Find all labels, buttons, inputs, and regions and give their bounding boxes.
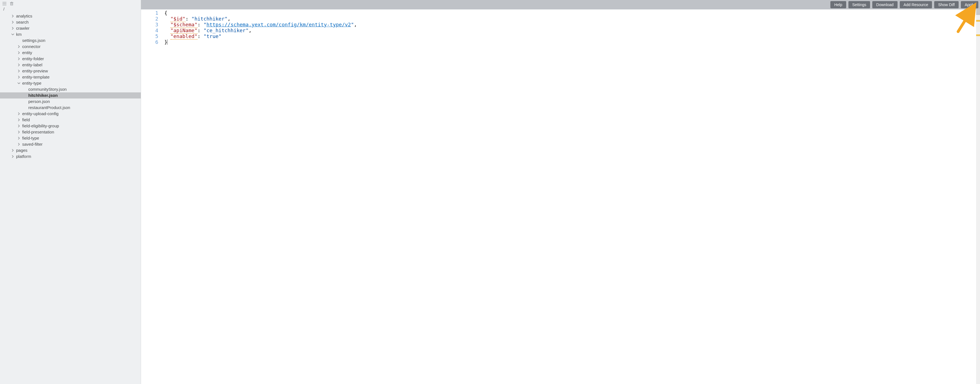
chevron-right-icon[interactable] [17,130,21,134]
chevron-right-icon[interactable] [11,14,14,18]
schema-url-link[interactable]: https://schema.yext.com/config/km/entity… [207,22,351,27]
settings-button[interactable]: Settings [848,1,870,8]
line-number: 2 [141,16,158,22]
tree-label: entity-type [22,80,41,86]
code-editor[interactable]: 123456 { "$id": "hitchhiker", "$schema":… [141,10,980,384]
tree-label: saved-filter [22,141,43,148]
chevron-right-icon[interactable] [11,155,14,158]
tree-folder-entity-label[interactable]: entity-label [0,62,141,68]
tree-folder-field-presentation[interactable]: field-presentation [0,129,141,135]
tree-label: settings.json [22,38,45,44]
chevron-right-icon[interactable] [11,27,14,30]
chevron-right-icon[interactable] [11,21,14,24]
tree-file-settings-json[interactable]: settings.json [0,38,141,44]
tree-label: entity [22,50,32,56]
tree-label: field-presentation [22,129,54,135]
tree-label: restaurantProduct.json [28,105,70,111]
tree-folder-connector[interactable]: connector [0,44,141,50]
tree-label: analytics [16,13,32,19]
code-line[interactable]: { [164,10,976,16]
tree-folder-field[interactable]: field [0,117,141,123]
line-number: 3 [141,22,158,27]
tree-label: pages [16,148,27,154]
code-line[interactable]: "$schema": "https://schema.yext.com/conf… [164,22,976,27]
tree-label: entity-template [22,74,49,80]
tree-folder-analytics[interactable]: analytics [0,13,141,19]
trash-icon[interactable] [10,2,14,6]
file-tree: analyticssearchcrawlerkmsettings.jsoncon… [0,13,141,160]
tree-file-person-json[interactable]: person.json [0,98,141,105]
tree-folder-platform[interactable]: platform [0,154,141,160]
tree-label: entity-preview [22,68,48,74]
svg-rect-3 [11,3,13,5]
code-line[interactable]: "enabled": "true" [164,33,976,39]
chevron-right-icon[interactable] [17,51,21,54]
tree-label: field-type [22,135,39,141]
tree-folder-entity-preview[interactable]: entity-preview [0,68,141,74]
tree-folder-entity-folder[interactable]: entity-folder [0,56,141,62]
chevron-down-icon[interactable] [17,82,21,85]
add-resource-button[interactable]: Add Resource [900,1,932,8]
tree-folder-saved-filter[interactable]: saved-filter [0,141,141,148]
tree-folder-pages[interactable]: pages [0,148,141,154]
line-number: 1 [141,10,158,16]
chevron-down-icon[interactable] [11,33,14,36]
tree-folder-crawler[interactable]: crawler [0,25,141,31]
line-number: 5 [141,33,158,39]
download-button[interactable]: Download [872,1,897,8]
code-area[interactable]: { "$id": "hitchhiker", "$schema": "https… [163,10,976,384]
tree-file-restaurantProduct-json[interactable]: restaurantProduct.json [0,105,141,111]
help-button[interactable]: Help [830,1,846,8]
text-caret [167,40,167,44]
tree-label: entity-label [22,62,43,68]
list-icon[interactable] [2,2,7,6]
chevron-right-icon[interactable] [17,143,21,146]
tree-folder-field-eligibility-group[interactable]: field-eligibility-group [0,123,141,129]
code-line[interactable]: "apiName": "ce_hitchhiker", [164,27,976,33]
chevron-right-icon[interactable] [17,69,21,73]
chevron-right-icon[interactable] [17,75,21,79]
tree-label: entity-folder [22,56,44,62]
line-gutter: 123456 [141,10,163,384]
tree-folder-field-type[interactable]: field-type [0,135,141,141]
tree-file-hitchhiker-json[interactable]: hitchhiker.json [0,92,141,98]
tree-folder-entity-template[interactable]: entity-template [0,74,141,80]
line-number: 4 [141,27,158,33]
breadcrumb[interactable]: / [0,6,141,13]
scrollbar-thumb[interactable] [976,10,980,15]
apply-button[interactable]: Apply [961,1,978,8]
chevron-right-icon[interactable] [17,118,21,122]
sidebar-toolbar [0,0,141,6]
chevron-right-icon[interactable] [17,112,21,116]
chevron-right-icon[interactable] [17,136,21,140]
code-line[interactable]: } [164,39,976,45]
tree-folder-km[interactable]: km [0,31,141,38]
chevron-right-icon[interactable] [11,149,14,152]
sidebar: / analyticssearchcrawlerkmsettings.jsonc… [0,0,141,384]
tree-folder-entity-type[interactable]: entity-type [0,80,141,86]
chevron-right-icon[interactable] [17,124,21,128]
topbar: HelpSettingsDownloadAdd ResourceShow Dif… [141,0,980,10]
chevron-right-icon[interactable] [17,63,21,67]
tree-label: connector [22,44,41,50]
tree-label: person.json [28,98,50,105]
lint-marker [976,34,980,36]
tree-label: field-eligibility-group [22,123,59,129]
tree-label: field [22,117,30,123]
line-number: 6 [141,39,158,45]
chevron-right-icon[interactable] [17,57,21,60]
tree-folder-entity[interactable]: entity [0,50,141,56]
main-pane: HelpSettingsDownloadAdd ResourceShow Dif… [141,0,980,384]
tree-file-communityStory-json[interactable]: communityStory.json [0,86,141,92]
tree-label: platform [16,154,31,160]
tree-label: search [16,19,29,25]
tree-folder-entity-upload-config[interactable]: entity-upload-config [0,111,141,117]
code-line[interactable]: "$id": "hitchhiker", [164,16,976,22]
tree-label: entity-upload-config [22,111,59,117]
vertical-scrollbar[interactable] [976,10,980,384]
chevron-right-icon[interactable] [17,45,21,48]
tree-label: crawler [16,25,29,31]
show-diff-button[interactable]: Show Diff [934,1,959,8]
tree-folder-search[interactable]: search [0,19,141,25]
tree-label: communityStory.json [28,86,67,92]
